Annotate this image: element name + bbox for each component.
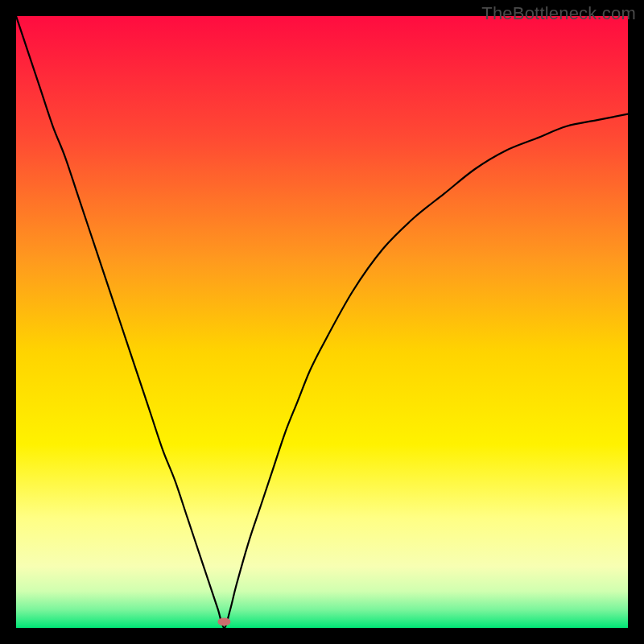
watermark-text: TheBottleneck.com	[481, 3, 636, 24]
chart-frame: TheBottleneck.com	[0, 0, 644, 644]
gradient-background	[16, 16, 628, 628]
min-point-marker	[217, 617, 230, 625]
bottleneck-chart	[16, 16, 628, 628]
